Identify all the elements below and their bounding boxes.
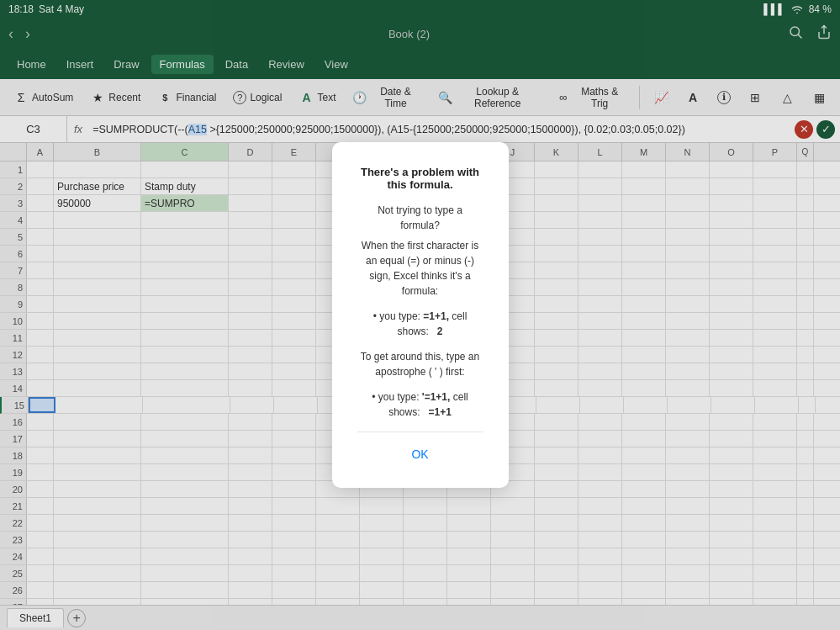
error-dialog: There's a problem with this formula. Not… xyxy=(332,142,509,488)
ex2-cell-val: =1+1 xyxy=(429,406,452,418)
dialog-example1: • you type: =1+1, cell shows: 2 xyxy=(357,309,483,339)
dialog-divider xyxy=(357,431,483,432)
dialog-title: There's a problem with this formula. xyxy=(357,166,483,191)
dialog-overlay: There's a problem with this formula. Not… xyxy=(0,0,840,630)
dialog-section-1: Not trying to type a formula? When the f… xyxy=(357,203,483,299)
ex1-cell-val: 2 xyxy=(437,326,443,337)
dialog-body: Not trying to type a formula? When the f… xyxy=(357,203,483,420)
dialog-body3: To get around this, type an apostrophe (… xyxy=(357,349,483,379)
dialog-body2: When the first character is an equal (=)… xyxy=(357,238,483,299)
ex1-type-label: you type: xyxy=(379,310,420,322)
dialog-section-2: • you type: =1+1, cell shows: 2 xyxy=(357,309,483,339)
ex1-type-val: =1+1, xyxy=(423,310,449,322)
dialog-example2: • you type: '=1+1, cell shows: =1+1 xyxy=(357,389,483,420)
ex2-type-val: '=1+1, xyxy=(422,391,451,403)
dialog-section-3: To get around this, type an apostrophe (… xyxy=(357,349,483,379)
ex2-type-label: you type: xyxy=(378,391,420,403)
dialog-body1: Not trying to type a formula? xyxy=(357,203,483,233)
dialog-section-4: • you type: '=1+1, cell shows: =1+1 xyxy=(357,389,483,420)
dialog-ok-btn[interactable]: OK xyxy=(394,444,445,464)
